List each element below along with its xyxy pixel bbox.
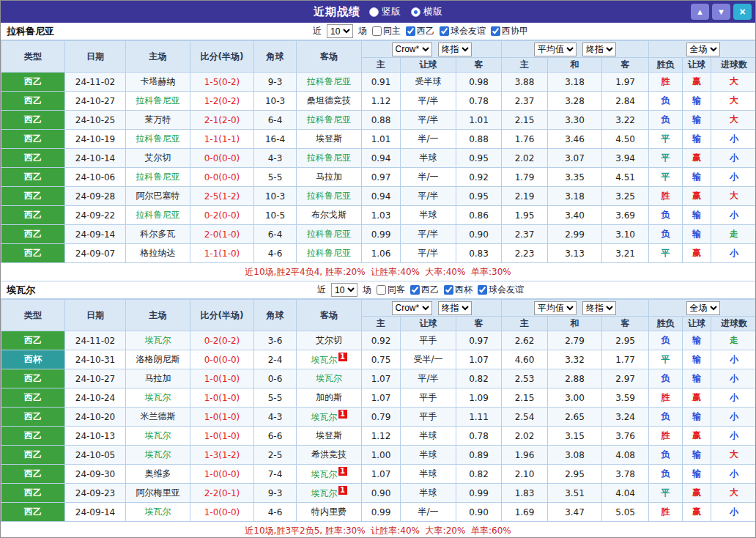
home-team-name[interactable]: 艾尔切 [145, 152, 171, 163]
asian-away-odds: 0.89 [456, 446, 502, 465]
away-team-name[interactable]: 拉科鲁尼亚 [307, 248, 351, 258]
home-team-name[interactable]: 米兰德斯 [141, 411, 176, 421]
asian-away-odds: 0.92 [456, 168, 502, 187]
away-team-name[interactable]: 希洪竞技 [311, 449, 346, 460]
handicap-result-cell: 赢 [683, 484, 711, 503]
corners-cell: 0-6 [254, 369, 297, 388]
home-team-name[interactable]: 埃瓦尔 [145, 392, 171, 402]
match-count-select[interactable]: 10 [331, 283, 357, 297]
league-filter-option[interactable]: 西协甲 [491, 25, 528, 37]
away-team-name[interactable]: 拉科鲁尼亚 [307, 191, 351, 201]
league-checkbox[interactable] [444, 285, 453, 295]
same-venue-checkbox[interactable] [372, 26, 382, 36]
league-checkbox[interactable] [440, 26, 449, 36]
col-header-corners: 角球 [254, 300, 297, 331]
away-team-name[interactable]: 特内里费 [311, 506, 346, 517]
home-team-name[interactable]: 拉科鲁尼亚 [136, 210, 180, 220]
away-team-name[interactable]: 马拉加 [316, 172, 342, 182]
home-team-name[interactable]: 埃瓦尔 [145, 430, 171, 441]
match-count-select[interactable]: 10 [327, 24, 353, 38]
away-cell: 拉科鲁尼亚 [297, 149, 362, 168]
goals-result-cell: 大 [711, 446, 756, 465]
same-venue-option[interactable]: 同主 [372, 25, 401, 37]
corners-cell: 6-6 [254, 427, 297, 446]
close-button[interactable]: × [733, 4, 752, 20]
away-team-name[interactable]: 埃瓦尔 [311, 412, 338, 422]
away-team-name[interactable]: 埃登斯 [316, 133, 342, 144]
final-index-select[interactable]: 终指 [582, 301, 616, 315]
home-team-name[interactable]: 洛格朗尼斯 [136, 354, 180, 364]
away-team-name[interactable]: 埃瓦尔 [311, 355, 338, 365]
home-team-name[interactable]: 卡塔赫纳 [141, 76, 176, 86]
bookmaker-select[interactable]: Crow* [392, 301, 432, 315]
league-filter-option[interactable]: 球会友谊 [440, 25, 486, 37]
layout-option-vertical[interactable]: 竖版 [369, 5, 401, 18]
final-index-select[interactable]: 终指 [582, 43, 616, 56]
move-up-button[interactable]: ▲ [691, 4, 709, 20]
move-down-button[interactable]: ▼ [712, 4, 730, 20]
red-card-badge: 1 [338, 353, 347, 361]
away-team-name[interactable]: 埃登斯 [316, 430, 342, 441]
league-checkbox[interactable] [491, 26, 500, 36]
home-team-name[interactable]: 奥维多 [145, 468, 171, 479]
average-select[interactable]: 平均值 [534, 43, 577, 56]
home-team-name[interactable]: 阿尔梅里亚 [136, 487, 180, 498]
home-team-name[interactable]: 拉科鲁尼亚 [136, 172, 180, 182]
average-select[interactable]: 平均值 [534, 301, 577, 315]
home-team-name[interactable]: 莱万特 [145, 114, 171, 125]
home-team-name[interactable]: 马拉加 [145, 373, 171, 383]
final-index-select[interactable]: 终指 [438, 43, 472, 56]
home-team-name[interactable]: 科尔多瓦 [141, 229, 176, 239]
home-team-name[interactable]: 拉科鲁尼亚 [136, 133, 180, 144]
away-team-name[interactable]: 拉科鲁尼亚 [307, 76, 351, 86]
result-cell: 胜 [649, 427, 683, 446]
handicap-result-cell: 输 [683, 111, 711, 130]
away-team-name[interactable]: 拉科鲁尼亚 [307, 114, 351, 125]
layout-option-horizontal[interactable]: 横版 [411, 5, 442, 18]
handicap-result-cell: 输 [683, 350, 711, 369]
league-filter-option[interactable]: 西乙 [406, 25, 434, 37]
home-team-name[interactable]: 阿尔巴塞特 [136, 191, 180, 201]
away-cell: 特内里费 [297, 503, 362, 522]
home-team-name[interactable]: 埃瓦尔 [145, 506, 171, 517]
handicap-result-cell: 输 [683, 206, 711, 225]
league-filter-option[interactable]: 球会友谊 [478, 284, 524, 296]
date-cell: 24-10-06 [65, 168, 126, 187]
full-match-select[interactable]: 全场 [686, 301, 720, 315]
final-index-select[interactable]: 终指 [438, 301, 472, 315]
full-match-select[interactable]: 全场 [686, 43, 720, 56]
away-team-name[interactable]: 埃瓦尔 [316, 373, 342, 383]
away-team-name[interactable]: 加的斯 [316, 392, 342, 402]
col-header-goals: 进球数 [711, 58, 756, 73]
asian-away-odds: 1.11 [456, 408, 502, 427]
games-label: 场 [363, 284, 371, 296]
league-checkbox[interactable] [406, 26, 415, 36]
section-team-title: 拉科鲁尼亚 [7, 25, 54, 38]
asian-away-odds: 0.95 [456, 149, 502, 168]
league-checkbox[interactable] [410, 285, 420, 295]
col-header-euro-draw: 和 [548, 58, 602, 73]
league-filter-option[interactable]: 西杯 [444, 284, 472, 296]
corners-cell: 4-3 [254, 408, 297, 427]
col-header-date: 日期 [65, 41, 126, 73]
same-venue-option[interactable]: 同客 [377, 284, 405, 296]
league-cell: 西乙 [1, 503, 65, 522]
score-cell: 1-3(1-2) [190, 446, 254, 465]
away-team-name[interactable]: 布尔戈斯 [311, 210, 346, 220]
league-checkbox[interactable] [478, 285, 487, 295]
home-team-name[interactable]: 埃瓦尔 [145, 449, 171, 460]
away-team-name[interactable]: 埃瓦尔 [311, 488, 338, 498]
away-team-name[interactable]: 艾尔切 [316, 335, 342, 345]
away-team-name[interactable]: 拉科鲁尼亚 [307, 152, 351, 163]
home-team-name[interactable]: 埃瓦尔 [145, 335, 171, 345]
bookmaker-select[interactable]: Crow* [392, 43, 432, 56]
away-team-name[interactable]: 拉科鲁尼亚 [307, 229, 351, 239]
same-venue-checkbox[interactable] [377, 285, 386, 295]
home-team-name[interactable]: 格拉纳达 [141, 248, 176, 258]
league-filter-option[interactable]: 西乙 [410, 284, 439, 296]
home-team-name[interactable]: 拉科鲁尼亚 [136, 95, 180, 106]
home-cell: 埃瓦尔 [126, 427, 190, 446]
window-buttons: ▲ ▼ × [691, 4, 752, 20]
away-team-name[interactable]: 埃瓦尔 [311, 469, 338, 479]
away-team-name[interactable]: 桑坦德竞技 [307, 95, 351, 106]
